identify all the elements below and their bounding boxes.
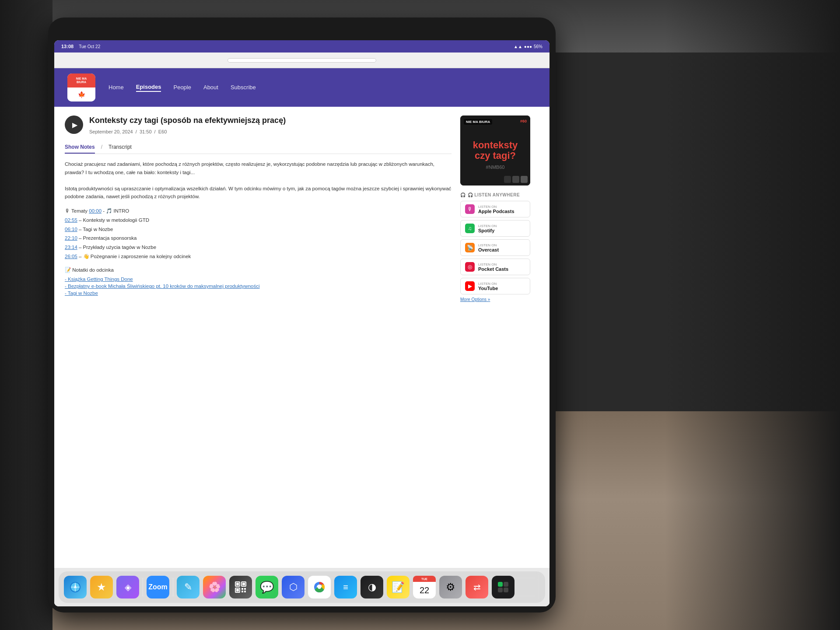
overcast-icon: 📡	[465, 243, 475, 252]
youtube-platform-name: YouTube	[478, 286, 498, 291]
logo-maple-icon: 🍁	[78, 91, 85, 98]
nav-home[interactable]: Home	[108, 84, 124, 91]
episode-description-text: Chociaż pracujesz nad zadaniami, które p…	[65, 160, 452, 176]
ts-link-4[interactable]: 26:05	[65, 254, 77, 259]
site-header: NIE MABIURA 🍁 Home Episodes People About…	[54, 68, 550, 107]
episode-title: Konteksty czy tagi (sposób na efektywnie…	[89, 116, 286, 126]
ts-label-4: – 👋 Pożegnanie i zaproszenie na kolejny …	[79, 254, 191, 259]
ts-link-1[interactable]: 06:10	[65, 227, 77, 232]
headphones-icon: 🎧	[460, 192, 466, 197]
listen-overcast[interactable]: 📡 LISTEN ON Overcast	[460, 239, 530, 256]
thumb-badge: NIE MA BIURA	[464, 119, 492, 125]
dock-freeform[interactable]: ✎	[177, 576, 200, 598]
background-left	[0, 0, 52, 630]
nav-subscribe[interactable]: Subscribe	[231, 84, 256, 91]
thumb-apps	[504, 176, 528, 183]
svg-rect-8	[242, 583, 245, 585]
site-nav: Home Episodes People About Subscribe	[108, 84, 256, 92]
dock-area: ★ ◈ Zoom ✎ 🌸	[54, 568, 550, 606]
mic-icon: 🎙	[65, 208, 70, 214]
zoom-label: Zoom	[148, 583, 168, 591]
timestamps-header: 🎙 Tematy 00:00 - 🎵 INTRO	[65, 206, 452, 216]
ts-label-1: – Tagi w Nozbe	[79, 227, 113, 232]
listen-youtube[interactable]: ▶ LISTEN ON YouTube	[460, 278, 530, 294]
thumb-title: kontekstyczy tagi?	[473, 140, 518, 161]
dock-photos[interactable]: 🌸	[203, 576, 226, 598]
ts-label-0: – Konteksty w metodologii GTD	[79, 217, 149, 223]
svg-rect-19	[504, 582, 508, 587]
notes-section: 📝 Notatki do odcinka - Książka Getting T…	[65, 267, 452, 296]
ts-link-0[interactable]: 02:55	[65, 217, 77, 223]
thumb-hashtag: #NMB60	[486, 164, 505, 170]
pocketcasts-listen-on: LISTEN ON	[478, 262, 508, 266]
ts-row-0: 02:55 – Konteksty w metodologii GTD	[65, 216, 452, 225]
listen-apple[interactable]: 🎙 LISTEN ON Apple Podcasts	[460, 201, 530, 217]
svg-rect-14	[244, 591, 246, 592]
nav-episodes[interactable]: Episodes	[136, 84, 161, 92]
notes-link-0[interactable]: - Książka Getting Things Done	[65, 276, 452, 282]
dock-zoom[interactable]: Zoom	[147, 576, 169, 598]
spotify-platform-name: Spotify	[478, 228, 497, 233]
episode-title-block: Konteksty czy tagi (sposób na efektywnie…	[89, 116, 286, 135]
status-time: 13:08	[61, 44, 74, 49]
tab-show-notes[interactable]: Show Notes	[65, 141, 95, 154]
ts-link-3[interactable]: 23:14	[65, 245, 77, 250]
address-bar[interactable]	[228, 58, 376, 63]
play-button[interactable]: ▶	[65, 116, 83, 134]
dock-optic[interactable]: ◑	[360, 576, 383, 598]
ts-intro[interactable]: 00:00	[89, 208, 102, 214]
notes-link-2[interactable]: - Tagi w Nozbe	[65, 290, 452, 296]
nav-people[interactable]: People	[173, 84, 191, 91]
nav-about[interactable]: About	[203, 84, 218, 91]
episode-header: ▶ Konteksty czy tagi (sposób na efektywn…	[65, 116, 452, 135]
episode-date: September 20, 2024	[89, 129, 133, 134]
youtube-listen-on: LISTEN ON	[478, 282, 498, 286]
tab-transcript[interactable]: Transcript	[108, 141, 132, 154]
apple-podcasts-text: LISTEN ON Apple Podcasts	[478, 205, 514, 214]
pocketcasts-text: LISTEN ON Pocket Casts	[478, 262, 508, 272]
dock-controlcenter[interactable]	[492, 576, 514, 598]
svg-rect-13	[242, 591, 243, 592]
listen-pocketcasts[interactable]: ◎ LISTEN ON Pocket Casts	[460, 259, 530, 275]
svg-rect-11	[242, 588, 243, 590]
ts-link-2[interactable]: 22:10	[65, 235, 77, 241]
episode-number: E60	[158, 129, 167, 134]
notes-link-1[interactable]: - Bezpłatny e-book Michała Śliwińskiego …	[65, 284, 452, 289]
dock-buffer[interactable]: ≡	[334, 576, 357, 598]
dock-messages[interactable]: 💬	[256, 576, 278, 598]
youtube-text: LISTEN ON YouTube	[478, 282, 498, 291]
thumb-ep-badge: #60	[520, 119, 527, 123]
svg-rect-6	[236, 583, 239, 585]
dock-calendar[interactable]: TUE 22	[413, 576, 436, 598]
dock-shortcuts[interactable]: ⬡	[282, 576, 304, 598]
listen-spotify[interactable]: ♫ LISTEN ON Spotify	[460, 220, 530, 237]
svg-rect-20	[498, 588, 503, 592]
status-date: Tue Oct 22	[79, 44, 100, 49]
dock-settings[interactable]: ⚙	[439, 576, 462, 598]
dock-notes[interactable]: 📝	[387, 576, 410, 598]
episode-description: Chociaż pracujesz nad zadaniami, które p…	[65, 160, 452, 200]
dock-qrcode[interactable]	[229, 576, 252, 598]
website: NIE MABIURA 🍁 Home Episodes People About…	[54, 68, 550, 606]
ts-label-3: – Przykłady użycia tagów w Nozbe	[79, 245, 156, 250]
dock-goodlinks[interactable]: ★	[90, 576, 113, 598]
ipad-screen: 13:08 Tue Oct 22 ▲▲ ●●● 56% NIE MABIURA	[54, 40, 550, 606]
signal-icon: ●●●	[524, 44, 532, 49]
dock-chrome[interactable]	[308, 576, 331, 598]
dock-safari[interactable]	[64, 576, 87, 598]
more-options-link[interactable]: More Options »	[460, 297, 539, 302]
dock-shuffle[interactable]: ⇄	[466, 576, 488, 598]
dock-monodraw[interactable]: ◈	[116, 576, 139, 598]
tab-separator: /	[101, 141, 102, 154]
listen-anywhere-text: 🎧 LISTEN ANYWHERE	[468, 192, 520, 197]
episode-sidebar: NIE MA BIURA #60 kontekstyczy tagi? #NMB…	[460, 116, 539, 559]
ts-row-2: 22:10 – Prezentacja sponsorska	[65, 234, 452, 243]
dock-separator	[143, 578, 143, 596]
logo-text: NIE MABIURA	[76, 77, 87, 84]
episode-description-text2: Istotą produktywności są upraszczanie i …	[65, 185, 452, 201]
logo-bottom: 🍁	[67, 88, 95, 102]
svg-point-17	[318, 585, 321, 589]
thumb-app-icon2	[512, 176, 519, 183]
podcast-thumbnail: NIE MA BIURA #60 kontekstyczy tagi? #NMB…	[460, 116, 530, 186]
notes-header: 📝 Notatki do odcinka	[65, 267, 452, 273]
